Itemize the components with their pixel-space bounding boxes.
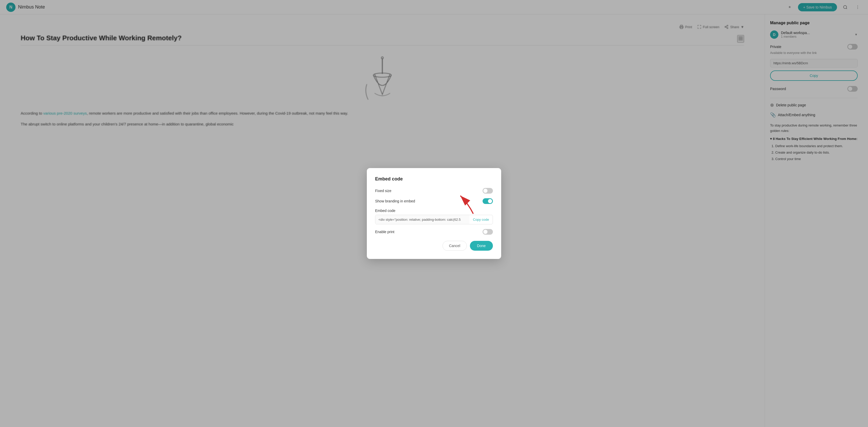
- done-button[interactable]: Done: [470, 241, 493, 251]
- embed-code-input[interactable]: [375, 215, 469, 224]
- enable-print-toggle[interactable]: [483, 229, 493, 235]
- modal-footer: Cancel Done: [375, 241, 493, 251]
- embed-code-section: Embed code Copy code: [375, 208, 493, 224]
- show-branding-toggle[interactable]: [483, 198, 493, 204]
- fixed-size-row: Fixed size: [375, 188, 493, 194]
- modal-overlay[interactable]: Embed code Fixed size Show branding in e…: [0, 0, 868, 427]
- copy-code-button[interactable]: Copy code: [469, 215, 493, 224]
- enable-print-row: Enable print: [375, 229, 493, 235]
- modal-title: Embed code: [375, 176, 493, 182]
- show-branding-row: Show branding in embed: [375, 198, 493, 204]
- fixed-size-toggle[interactable]: [483, 188, 493, 194]
- embed-input-row: Copy code: [375, 215, 493, 224]
- cancel-button[interactable]: Cancel: [442, 241, 467, 251]
- embed-code-modal: Embed code Fixed size Show branding in e…: [367, 168, 501, 259]
